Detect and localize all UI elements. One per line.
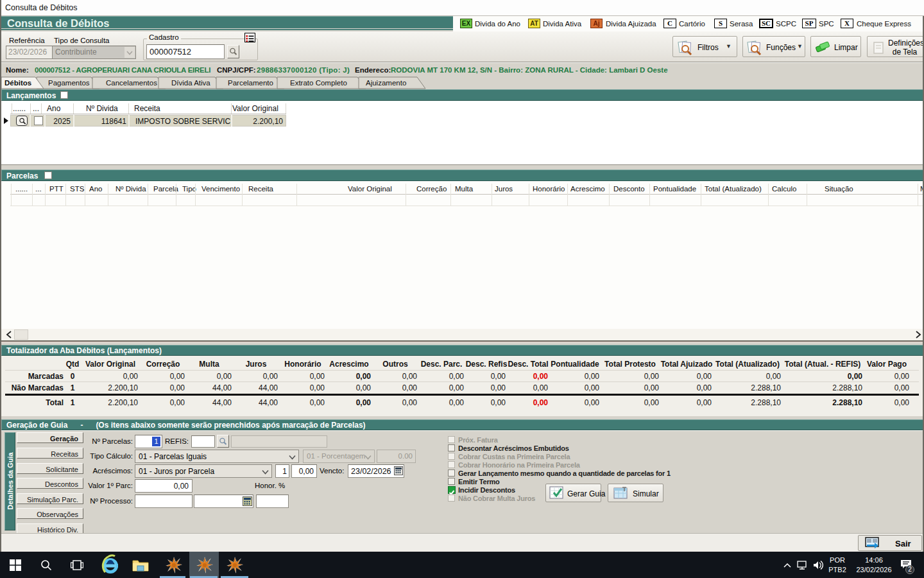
svg-text:Dívida Ativa: Dívida Ativa (171, 79, 210, 87)
svg-text:Pagamentos: Pagamentos (48, 79, 90, 87)
svg-text:Ajuizamento: Ajuizamento (366, 79, 406, 87)
svg-text:Débitos: Débitos (4, 79, 31, 87)
svg-text:Cancelamentos: Cancelamentos (106, 79, 157, 87)
svg-text:Parcelamento: Parcelamento (228, 79, 273, 87)
svg-text:Extrato Completo: Extrato Completo (290, 79, 347, 87)
